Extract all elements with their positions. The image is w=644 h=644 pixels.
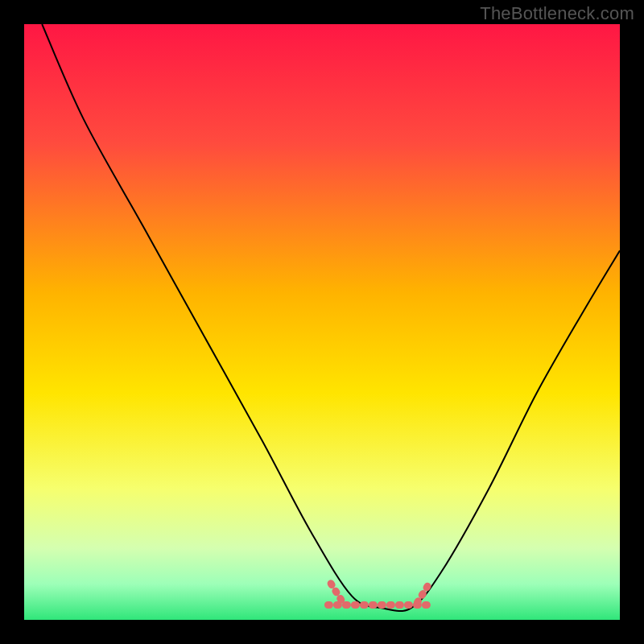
watermark-label: TheBottleneck.com <box>480 3 634 24</box>
plot-area <box>24 24 620 620</box>
chart-frame: TheBottleneck.com <box>0 0 644 644</box>
gradient-background <box>24 24 620 620</box>
chart-svg <box>24 24 620 620</box>
